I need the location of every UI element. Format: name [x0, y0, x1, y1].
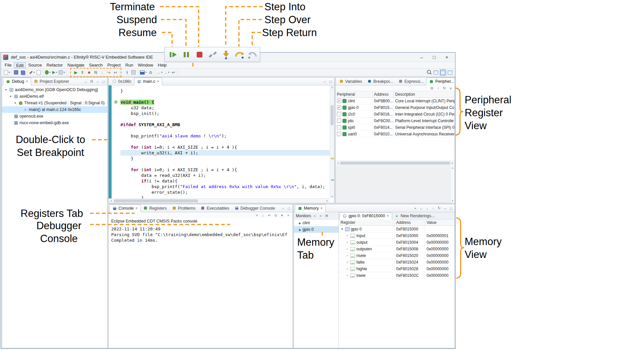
scroll-left-icon[interactable]: ◂ — [109, 199, 113, 203]
scrollbar-thumb[interactable] — [114, 199, 198, 202]
disconnect-button[interactable]: N — [93, 69, 99, 76]
expander-icon[interactable]: › — [345, 267, 349, 271]
tab-console[interactable]: Console — [110, 204, 141, 212]
refresh-icon[interactable]: ↻ — [442, 86, 447, 90]
save-all-button[interactable] — [20, 69, 26, 76]
menu-item[interactable]: Window — [136, 62, 156, 68]
scroll-right-icon[interactable]: ▸ — [450, 161, 455, 166]
view-menu-icon[interactable]: ≡ — [448, 86, 453, 90]
code-line[interactable]: error_state(); — [120, 189, 330, 195]
editor-body[interactable]: } void main() { u32 data; bsp_init(); #i… — [109, 85, 334, 203]
build-button[interactable] — [29, 69, 35, 76]
scroll-left-icon[interactable]: ◂ — [336, 161, 340, 166]
step-filters-button[interactable] — [131, 69, 137, 76]
scroll-up-icon[interactable]: ▴ — [450, 166, 455, 169]
tab-debug[interactable]: Debug — [3, 77, 31, 85]
expander-icon[interactable]: ▾ — [4, 88, 8, 91]
debug-button[interactable] — [45, 69, 51, 76]
peripheral-row[interactable]: uart0 0xF8010... Universal Asynchronous … — [336, 131, 455, 137]
register-row[interactable]: › Input 0xF8015000 0x00000001 — [339, 232, 455, 239]
menu-item[interactable]: Help — [156, 62, 169, 68]
disconnect-button-large[interactable] — [208, 50, 218, 60]
code-area[interactable]: } void main() { u32 data; bsp_init(); #i… — [109, 85, 330, 198]
code-line[interactable]: if(i != data){ — [120, 178, 330, 184]
back-button[interactable]: ← — [157, 69, 163, 76]
tab-breakpoints[interactable]: Breakpoi... — [365, 77, 396, 85]
step-return-button-large[interactable] — [248, 50, 257, 60]
code-line[interactable]: bsp_printf("Failed at address 0x%x with … — [120, 184, 330, 189]
menu-item[interactable]: Edit — [14, 62, 26, 68]
code-line[interactable]: } — [120, 88, 330, 94]
code-line[interactable]: write_u32(i, AXI + i); — [120, 150, 330, 156]
save-button[interactable] — [13, 69, 19, 76]
resume-button-large[interactable] — [168, 50, 178, 60]
add-monitor-button[interactable]: + — [312, 214, 317, 218]
menu-item[interactable]: Refactor — [44, 62, 65, 68]
register-row[interactable]: › highie 0xF8015028 0x00000000 — [339, 266, 455, 272]
pin-console-button[interactable]: ⊙ — [148, 69, 154, 76]
import-icon[interactable]: ↓ — [425, 206, 430, 210]
close-tab-icon[interactable] — [387, 214, 389, 218]
code-line[interactable]: } — [120, 156, 330, 161]
column-header[interactable]: Register — [339, 220, 394, 226]
register-row[interactable]: ▾ gpio 0 0xF8015000 — [339, 226, 455, 232]
step-into-button[interactable]: ↓ — [99, 69, 105, 76]
collapse-all-icon[interactable]: ⊟ — [89, 79, 94, 83]
last-edit-location-button[interactable]: ↩ — [170, 69, 176, 76]
suspend-button[interactable]: ‖ — [79, 69, 85, 76]
column-header[interactable]: Description — [394, 91, 455, 97]
column-header[interactable]: Peripheral — [336, 91, 373, 97]
peripheral-checkbox[interactable] — [337, 132, 341, 136]
peripheral-row[interactable]: gpio 0 0xF8015... General Purpose Input/… — [336, 104, 455, 111]
open-console-button[interactable] — [140, 69, 147, 76]
register-row[interactable]: › riseie 0xF8015020 0x00000000 — [339, 252, 455, 259]
coverage-button[interactable] — [58, 69, 65, 76]
minimize-icon[interactable]: – — [443, 206, 447, 210]
forward-button[interactable]: → — [163, 69, 170, 76]
fold-marker-icon[interactable] — [114, 100, 117, 104]
code-line[interactable] — [120, 116, 330, 122]
search-button[interactable] — [426, 69, 432, 76]
peripheral-row[interactable]: plic 0xF8C00... Platform-Level Interrupt… — [336, 118, 455, 124]
code-line[interactable] — [120, 161, 330, 167]
peripheral-checkbox[interactable] — [337, 119, 341, 123]
tab-executables[interactable]: Executables — [198, 204, 232, 212]
step-return-button[interactable]: ↩ — [113, 69, 118, 76]
memory-monitor-item[interactable]: gpio 0 — [294, 226, 339, 233]
debug-tree-item[interactable]: ▾ axi4Demo.elf — [2, 93, 107, 100]
peripherals-horizontal-scrollbar[interactable]: ◂ ▸ — [336, 161, 455, 166]
debug-tree-item[interactable]: openocd.exe — [2, 113, 107, 120]
link-icon[interactable]: ↔ — [419, 206, 424, 210]
step-over-button-large[interactable] — [234, 50, 244, 60]
run-button[interactable] — [52, 69, 58, 76]
terminate-button[interactable]: ■ — [86, 69, 92, 76]
memory-monitor-item[interactable]: clint — [294, 220, 339, 226]
close-tab-icon[interactable] — [157, 79, 159, 84]
link-with-editor-icon[interactable]: ↔ — [83, 79, 88, 83]
tab-memory[interactable]: Memory — [295, 204, 326, 212]
word-wrap-icon[interactable]: ↵ — [267, 213, 272, 218]
maximize-icon[interactable]: □ — [328, 79, 333, 83]
menu-item[interactable]: Source — [26, 62, 44, 68]
tab-peripherals[interactable]: Peripher... — [426, 77, 455, 85]
peripheral-row[interactable]: i2c0 0xF8016... Inter-Integrated Circuit… — [336, 111, 455, 118]
tab-registers[interactable]: Registers — [141, 204, 169, 212]
code-line[interactable]: data = read_u32(AXI + i); — [120, 173, 330, 178]
peripheral-checkbox[interactable] — [337, 105, 341, 110]
scroll-down-icon[interactable]: ▾ — [450, 199, 455, 202]
instruction-stepping-button[interactable]: i — [124, 69, 130, 76]
code-line[interactable] — [120, 139, 330, 144]
column-header[interactable]: Address — [373, 91, 394, 97]
pin-console-icon[interactable]: ⊙ — [273, 213, 278, 218]
expander-icon[interactable]: › — [345, 247, 349, 251]
peripheral-checkbox[interactable] — [337, 112, 341, 116]
minimize-icon[interactable]: – — [95, 79, 100, 83]
expander-icon[interactable]: › — [345, 240, 349, 244]
register-row[interactable]: › fallie 0xF8015024 0x00000000 — [339, 259, 455, 266]
tab-variables[interactable]: Variables — [337, 77, 365, 85]
code-line[interactable] — [120, 94, 330, 99]
rendering-tab-gpio0[interactable]: gpio 0: 0xF8015000 — [340, 212, 392, 220]
collapse-all-icon[interactable]: ⊟ — [430, 86, 434, 90]
column-header[interactable]: Address — [394, 220, 425, 226]
cpp-perspective-button[interactable] — [447, 69, 453, 76]
